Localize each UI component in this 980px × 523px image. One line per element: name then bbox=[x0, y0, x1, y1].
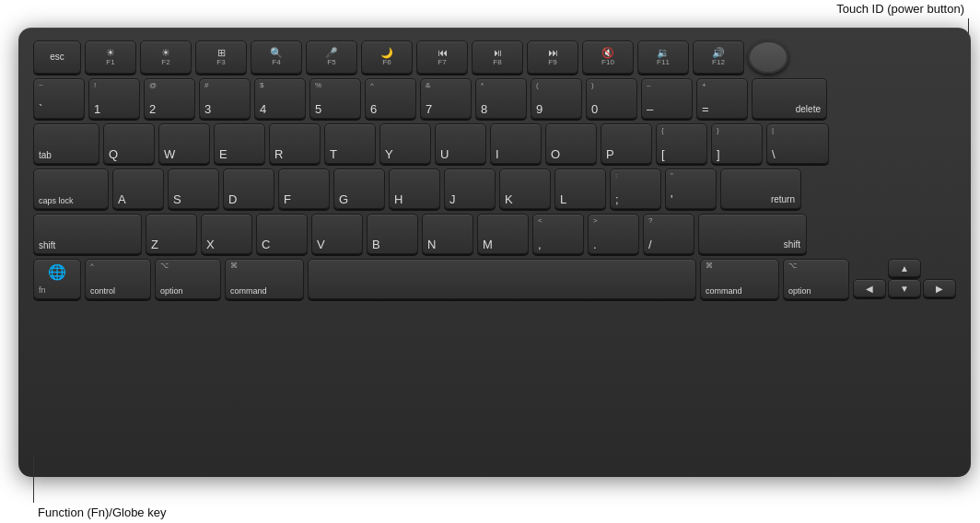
key-shift-left[interactable]: shift bbox=[33, 214, 142, 254]
key-f9[interactable]: ⏭ F9 bbox=[527, 41, 578, 74]
backslash-top: | bbox=[772, 127, 774, 134]
key-t[interactable]: T bbox=[324, 123, 376, 164]
key-n[interactable]: N bbox=[422, 214, 473, 254]
key-3[interactable]: # 3 bbox=[199, 78, 251, 119]
key-8[interactable]: * 8 bbox=[475, 78, 527, 119]
g-label: G bbox=[339, 193, 348, 205]
key-b[interactable]: B bbox=[367, 214, 418, 254]
key-lbracket[interactable]: { [ bbox=[656, 123, 707, 164]
key-2[interactable]: @ 2 bbox=[144, 78, 195, 119]
key-9[interactable]: ( 9 bbox=[531, 78, 582, 119]
key-arrow-down[interactable]: ▼ bbox=[888, 279, 921, 297]
key-f3[interactable]: ⊞ F3 bbox=[195, 41, 247, 74]
key-g[interactable]: G bbox=[333, 169, 385, 209]
key-shift-right[interactable]: shift bbox=[698, 214, 807, 254]
key-s[interactable]: S bbox=[168, 169, 219, 209]
key-arrow-up[interactable]: ▲ bbox=[888, 259, 921, 277]
key-r[interactable]: R bbox=[269, 123, 321, 164]
period-top: > bbox=[593, 217, 598, 225]
key-m[interactable]: M bbox=[477, 214, 529, 254]
key-semicolon[interactable]: : ; bbox=[610, 169, 661, 209]
q-label: Q bbox=[109, 148, 118, 160]
key-c[interactable]: C bbox=[256, 214, 308, 254]
key-0[interactable]: ) 0 bbox=[586, 78, 637, 119]
esc-label: esc bbox=[50, 52, 64, 62]
f1-label: F1 bbox=[106, 58, 114, 67]
key-w[interactable]: W bbox=[158, 123, 210, 164]
key-command-right[interactable]: ⌘ command bbox=[700, 259, 779, 299]
key-delete[interactable]: delete bbox=[752, 78, 827, 119]
key-touch-id[interactable] bbox=[748, 41, 788, 74]
key-return[interactable]: return bbox=[720, 169, 801, 209]
key-f2[interactable]: ☀ F2 bbox=[140, 41, 192, 74]
key-7[interactable]: & 7 bbox=[420, 78, 472, 119]
minus-top: – bbox=[647, 82, 650, 89]
backtick-main: ` bbox=[39, 103, 42, 115]
c-label: C bbox=[262, 238, 270, 250]
key-4[interactable]: $ 4 bbox=[254, 78, 306, 119]
key-f6[interactable]: 🌙 F6 bbox=[361, 41, 413, 74]
key-arrow-left[interactable]: ◀ bbox=[853, 279, 886, 297]
tab-label: tab bbox=[39, 151, 52, 160]
key-v[interactable]: V bbox=[311, 214, 363, 254]
key-minus[interactable]: – – bbox=[641, 78, 693, 119]
key-6[interactable]: ^ 6 bbox=[365, 78, 416, 119]
key-quote[interactable]: " ' bbox=[665, 169, 717, 209]
key-o[interactable]: O bbox=[545, 123, 597, 164]
key-option-left[interactable]: ⌥ option bbox=[155, 259, 221, 299]
key-z[interactable]: Z bbox=[146, 214, 197, 254]
bottom-row: 🌐 fn ^ control ⌥ option ⌘ command ⌘ comm… bbox=[33, 259, 956, 299]
key-equals[interactable]: + = bbox=[696, 78, 748, 119]
key-tab[interactable]: tab bbox=[33, 123, 99, 164]
key-f4[interactable]: 🔍 F4 bbox=[251, 41, 302, 74]
key-f7[interactable]: ⏮ F7 bbox=[416, 41, 468, 74]
key-f8[interactable]: ⏯ F8 bbox=[472, 41, 523, 74]
semicolon-main: ; bbox=[615, 193, 619, 205]
slash-main: / bbox=[648, 238, 652, 250]
key-option-right[interactable]: ⌥ option bbox=[783, 259, 849, 299]
key-1[interactable]: ! 1 bbox=[88, 78, 140, 119]
rbracket-top: } bbox=[717, 127, 719, 134]
key-i[interactable]: I bbox=[490, 123, 542, 164]
key-f[interactable]: F bbox=[278, 169, 330, 209]
key-backslash[interactable]: | \ bbox=[766, 123, 829, 164]
key-f5[interactable]: 🎤 F5 bbox=[306, 41, 357, 74]
key-x[interactable]: X bbox=[201, 214, 252, 254]
key-h[interactable]: H bbox=[389, 169, 440, 209]
key-esc[interactable]: esc bbox=[33, 41, 81, 74]
key-f12[interactable]: 🔊 F12 bbox=[693, 41, 744, 74]
0-top: ) bbox=[591, 82, 594, 89]
key-e[interactable]: E bbox=[214, 123, 265, 164]
key-space[interactable] bbox=[308, 259, 696, 299]
key-5[interactable]: % 5 bbox=[309, 78, 361, 119]
key-a[interactable]: A bbox=[112, 169, 164, 209]
backtick-top: ~ bbox=[39, 82, 43, 89]
key-j[interactable]: J bbox=[444, 169, 496, 209]
key-fn-globe[interactable]: 🌐 fn bbox=[33, 259, 81, 299]
key-f11[interactable]: 🔉 F11 bbox=[637, 41, 689, 74]
5-top: % bbox=[315, 82, 321, 89]
key-command-left[interactable]: ⌘ command bbox=[225, 259, 304, 299]
key-p[interactable]: P bbox=[601, 123, 652, 164]
key-l[interactable]: L bbox=[554, 169, 606, 209]
f2-label: F2 bbox=[161, 58, 169, 67]
key-arrow-right[interactable]: ▶ bbox=[923, 279, 956, 297]
key-rbracket[interactable]: } ] bbox=[711, 123, 763, 164]
key-period[interactable]: > . bbox=[588, 214, 639, 254]
key-f10[interactable]: 🔇 F10 bbox=[582, 41, 634, 74]
equals-main: = bbox=[702, 103, 709, 115]
key-d[interactable]: D bbox=[223, 169, 274, 209]
key-q[interactable]: Q bbox=[103, 123, 155, 164]
r-label: R bbox=[274, 148, 283, 160]
f4-icon: 🔍 bbox=[270, 48, 283, 58]
key-u[interactable]: U bbox=[435, 123, 486, 164]
key-comma[interactable]: < , bbox=[532, 214, 584, 254]
key-caps-lock[interactable]: caps lock bbox=[33, 169, 109, 209]
key-f1[interactable]: ☀ F1 bbox=[85, 41, 136, 74]
key-control[interactable]: ^ control bbox=[85, 259, 151, 299]
delete-label: delete bbox=[796, 105, 821, 114]
key-y[interactable]: Y bbox=[379, 123, 431, 164]
key-backtick[interactable]: ~ ` bbox=[33, 78, 85, 119]
key-slash[interactable]: ? / bbox=[643, 214, 694, 254]
key-k[interactable]: K bbox=[499, 169, 551, 209]
